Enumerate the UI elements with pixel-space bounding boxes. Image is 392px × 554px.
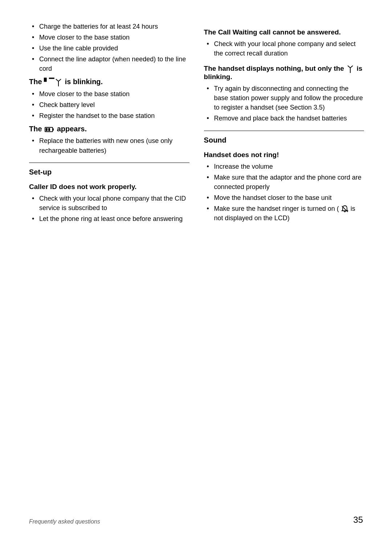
battery-icon [44,125,55,133]
bell-strikethrough-icon [341,205,349,213]
handset-ring-list: Increase the volume Make sure that the a… [204,162,364,223]
list-item: Check with your local phone company and … [204,39,364,58]
list-item: Check with your local phone company that… [29,194,189,213]
antenna-blinking-title: The ▘▔ is blinking. [29,78,189,86]
battery-appears-title: The appears. [29,125,189,133]
list-item: Charge the batteries for at least 24 hou… [29,22,189,31]
page: Charge the batteries for at least 24 hou… [0,0,392,554]
list-item: Move closer to the base station [29,33,189,42]
handset-ring-title: Handset does not ring! [204,151,364,159]
divider-setup [29,163,189,163]
svg-line-8 [348,66,350,68]
antenna-icon: ▘▔ [44,78,54,86]
svg-line-1 [56,79,58,81]
caller-id-title: Caller ID does not work properly. [29,183,189,191]
antenna-svg-icon [55,78,62,86]
handset-display-list: Try again by disconnecting and connectin… [204,84,364,123]
list-item: Move the handset closer to the base unit [204,193,364,202]
list-item: Try again by disconnecting and connectin… [204,84,364,112]
svg-rect-5 [46,128,48,131]
list-item: Increase the volume [204,162,364,171]
title-suffix-battery: appears. [55,125,87,133]
call-waiting-title: The Call Waiting call cannot be answered… [204,28,364,36]
divider-sound [204,131,364,131]
ringer-text-prefix: Make sure the handset ringer is turned o… [214,205,341,212]
list-item: Move closer to the base station [29,89,189,99]
list-item: Register the handset to the base station [29,111,189,120]
content-area: Charge the batteries for at least 24 hou… [29,22,363,504]
right-column: The Call Waiting call cannot be answered… [204,22,364,504]
setup-title: Set-up [29,168,189,176]
initial-bullet-list: Charge the batteries for at least 24 hou… [29,22,189,73]
sound-title: Sound [204,136,364,144]
list-item: Make sure the handset ringer is turned o… [204,204,364,223]
battery-appears-list: Replace the batteries with new ones (use… [29,136,189,155]
list-item: Use the line cable provided [29,44,189,53]
handset-display-prefix: The handset displays nothing, but only t… [204,65,346,72]
handset-antenna-svg-icon [347,65,354,73]
page-footer: Frequently asked questions 35 [29,504,363,525]
svg-rect-4 [53,128,54,131]
left-column: Charge the batteries for at least 24 hou… [29,22,189,504]
list-item: Connect the line adaptor (when needed) t… [29,54,189,73]
title-suffix: is blinking. [63,78,103,86]
list-item: Remove and place back the handset batter… [204,114,364,123]
svg-line-9 [350,66,353,68]
list-item: Let the phone ring at least once before … [29,214,189,223]
list-item: Replace the batteries with new ones (use… [29,136,189,155]
list-item: Make sure that the adaptor and the phone… [204,173,364,192]
svg-rect-6 [48,128,50,131]
footer-label: Frequently asked questions [29,518,100,525]
list-item: Check battery level [29,100,189,110]
handset-display-title: The handset displays nothing, but only t… [204,65,364,81]
call-waiting-list: Check with your local phone company and … [204,39,364,58]
page-number: 35 [353,515,363,525]
svg-line-2 [58,79,61,81]
title-prefix-battery: The [29,125,44,133]
antenna-blinking-list: Move closer to the base station Check ba… [29,89,189,120]
caller-id-list: Check with your local phone company that… [29,194,189,223]
title-prefix: The [29,78,44,86]
